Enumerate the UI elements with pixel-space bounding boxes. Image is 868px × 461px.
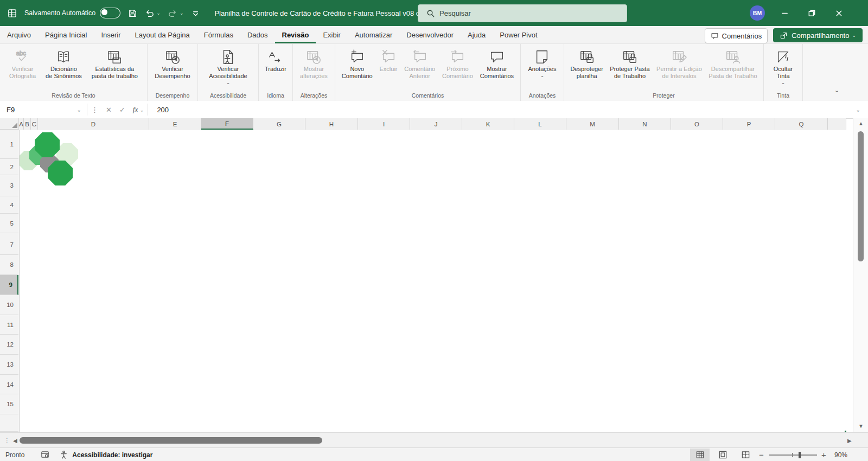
macro-record-button[interactable] <box>41 450 50 459</box>
row-header-1[interactable]: 1 <box>0 130 18 159</box>
cancel-entry-button[interactable]: ✕ <box>102 106 116 114</box>
share-button[interactable]: Compartilhamento ⌄ <box>773 28 863 42</box>
column-header-partial[interactable] <box>828 118 846 130</box>
row-header-14[interactable]: 14 <box>0 375 18 394</box>
menu-tab-automatizar[interactable]: Automatizar <box>348 26 399 43</box>
zoom-slider-track[interactable] <box>769 454 817 456</box>
grip-dots-icon[interactable]: ⋮ <box>4 437 10 443</box>
menu-tab-formulas[interactable]: Fórmulas <box>197 26 240 43</box>
label-line: Verificar <box>209 66 247 73</box>
ribbon-button-ocultar-tinta[interactable]: OcultarTinta⌄ <box>772 47 794 87</box>
restore-button[interactable] <box>798 0 825 26</box>
formula-input[interactable]: 200 <box>157 106 169 114</box>
comments-button[interactable]: Comentários <box>705 28 768 43</box>
page-break-view-button[interactable] <box>736 449 755 461</box>
horizontal-scroll-thumb[interactable] <box>20 437 322 444</box>
column-header-J[interactable]: J <box>410 118 462 130</box>
normal-view-button[interactable] <box>690 449 710 461</box>
scroll-left-arrow[interactable]: ◀ <box>13 438 17 444</box>
page-layout-view-button[interactable] <box>713 449 732 461</box>
menu-tab-arquivo[interactable]: Arquivo <box>0 26 38 43</box>
close-button[interactable] <box>825 0 852 26</box>
row-header-partial[interactable] <box>0 414 18 432</box>
column-header-A[interactable]: A <box>19 118 24 130</box>
ribbon-button-proteger-pasta-de-trabalho[interactable]: Proteger Pastade Trabalho <box>608 47 651 81</box>
row-header-15[interactable]: 15 <box>0 394 18 414</box>
scroll-right-arrow[interactable]: ▶ <box>847 438 852 444</box>
row-header-5[interactable]: 5 <box>0 214 18 233</box>
ribbon-button-desproteger-planilha[interactable]: Desprotegerplanilha <box>569 47 605 81</box>
menu-tab-ajuda[interactable]: Ajuda <box>461 26 493 43</box>
minimize-button[interactable] <box>771 0 798 26</box>
ribbon-button-verificar-acessibilidade[interactable]: VerificarAcessibilidade⌄ <box>207 47 248 87</box>
accessibility-status-button[interactable]: Acessibilidade: investigar <box>60 450 152 459</box>
zoom-level[interactable]: 90% <box>834 451 847 459</box>
collapse-ribbon-button[interactable]: ⌄ <box>834 87 839 94</box>
row-header-11[interactable]: 11 <box>0 315 18 335</box>
menu-tab-layout-da-pagina[interactable]: Layout da Página <box>128 26 197 43</box>
ribbon-button-mostrar-comentarios[interactable]: MostrarComentários <box>478 47 515 81</box>
column-header-D[interactable]: D <box>38 118 149 130</box>
column-header-Q[interactable]: Q <box>775 118 828 130</box>
ribbon-button-estatisticas-da-pasta-de-trabalho[interactable]: 123Estatísticas dapasta de trabalho <box>90 47 139 81</box>
menu-tab-revisao[interactable]: Revisão <box>275 26 316 43</box>
column-header-B[interactable]: B <box>24 118 31 130</box>
column-header-M[interactable]: M <box>566 118 619 130</box>
column-header-F[interactable]: F <box>201 118 253 130</box>
horizontal-scrollbar[interactable]: ⋮ ◀ ▶ <box>0 432 868 448</box>
row-header-13[interactable]: 13 <box>0 355 18 375</box>
customize-quick-access-button[interactable] <box>191 9 200 18</box>
undo-button[interactable]: ⌄ <box>145 9 161 18</box>
row-header-3[interactable]: 3 <box>0 175 18 196</box>
column-header-P[interactable]: P <box>723 118 775 130</box>
menu-tab-dados[interactable]: Dados <box>240 26 275 43</box>
name-box[interactable]: F9 ⌄ <box>0 101 87 118</box>
document-title[interactable]: Planilha de Controle de Cartão de Crédit… <box>214 9 431 17</box>
expand-formula-bar-button[interactable]: ⌄ <box>856 107 860 113</box>
column-header-I[interactable]: I <box>358 118 410 130</box>
column-header-H[interactable]: H <box>305 118 358 130</box>
grip-dots-icon[interactable]: ⋮ <box>87 106 102 114</box>
allow-edit-ranges-icon <box>671 49 687 65</box>
row-header-8[interactable]: 8 <box>0 255 18 275</box>
row-header-2[interactable]: 2 <box>0 159 18 175</box>
vertical-scroll-thumb[interactable] <box>858 131 864 261</box>
column-header-C[interactable]: C <box>31 118 38 130</box>
row-header-7[interactable]: 7 <box>0 234 18 255</box>
column-header-E[interactable]: E <box>149 118 201 130</box>
insert-function-button[interactable]: fx ⌄ <box>129 105 148 114</box>
scroll-down-arrow[interactable]: ▼ <box>858 423 864 429</box>
column-header-L[interactable]: L <box>514 118 566 130</box>
menu-tab-pagina-inicial[interactable]: Página Inicial <box>38 26 94 43</box>
ribbon-button-verificar-desempenho[interactable]: VerificarDesempenho <box>153 47 192 81</box>
menu-tab-exibir[interactable]: Exibir <box>316 26 348 43</box>
column-header-K[interactable]: K <box>462 118 514 130</box>
zoom-in-button[interactable]: + <box>821 450 826 459</box>
select-all-button[interactable] <box>0 118 19 130</box>
column-header-O[interactable]: O <box>671 118 723 130</box>
row-header-4[interactable]: 4 <box>0 196 18 214</box>
confirm-entry-button[interactable]: ✓ <box>116 106 129 114</box>
zoom-out-button[interactable]: − <box>759 450 764 459</box>
menu-tab-desenvolvedor[interactable]: Desenvolvedor <box>399 26 461 43</box>
row-header-12[interactable]: 12 <box>0 335 18 355</box>
ribbon-button-dicionario-de-sinonimos[interactable]: Dicionáriode Sinônimos <box>44 47 84 81</box>
menu-tab-power-pivot[interactable]: Power Pivot <box>493 26 544 43</box>
ribbon-button-anotacoes[interactable]: Anotações⌄ <box>527 47 558 80</box>
row-header-9[interactable]: 9 <box>0 275 18 295</box>
column-header-N[interactable]: N <box>619 118 671 130</box>
autosave-toggle[interactable] <box>100 8 120 18</box>
search-input[interactable]: Pesquisar <box>418 4 627 22</box>
excel-app-icon[interactable] <box>8 9 17 18</box>
row-header-10[interactable]: 10 <box>0 295 18 315</box>
zoom-slider-handle[interactable] <box>799 452 801 458</box>
ribbon-group-label: Alterações <box>293 91 335 101</box>
scroll-up-arrow[interactable]: ▲ <box>858 120 864 126</box>
menu-tab-inserir[interactable]: Inserir <box>94 26 127 43</box>
ribbon-button-traduzir[interactable]: aあTraduzir <box>263 47 288 74</box>
column-header-G[interactable]: G <box>253 118 305 130</box>
save-button[interactable] <box>128 9 137 18</box>
ribbon-button-novo-comentario[interactable]: NovoComentário <box>340 47 374 81</box>
account-avatar[interactable]: BM <box>750 5 765 21</box>
vertical-scrollbar[interactable]: ▲ ▼ <box>853 118 868 432</box>
